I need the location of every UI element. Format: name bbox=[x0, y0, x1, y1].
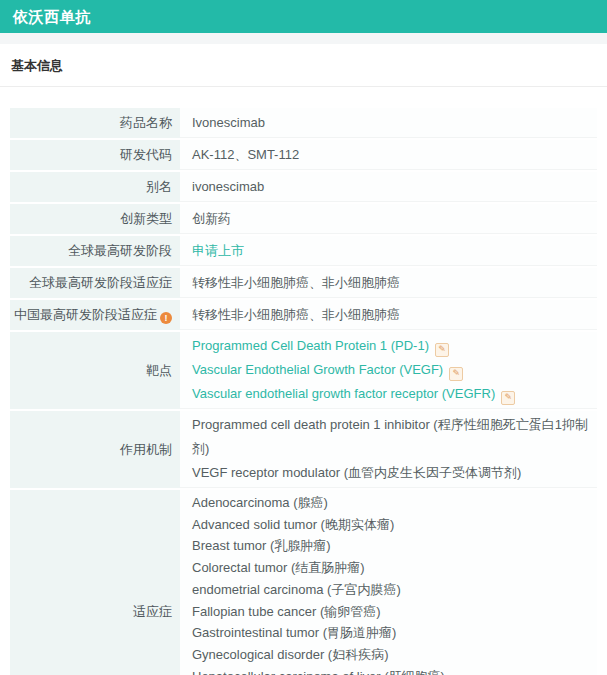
section-divider bbox=[0, 86, 607, 87]
value-text: 创新药 bbox=[192, 211, 231, 226]
row-label: 靶点 bbox=[10, 332, 180, 409]
value-text: Adenocarcinoma (腺癌) bbox=[192, 495, 328, 510]
value-line: Gastrointestinal tumor (胃肠道肿瘤) bbox=[192, 622, 589, 644]
value-line: ivonescimab bbox=[192, 175, 589, 199]
table-row: 创新类型创新药 bbox=[10, 204, 597, 234]
drug-detail-page: 依沃西单抗 基本信息 药品名称Ivonescimab研发代码AK-112、SMT… bbox=[0, 0, 607, 675]
value-text: Colorectal tumor (结直肠肿瘤) bbox=[192, 560, 365, 575]
row-value: Ivonescimab bbox=[180, 108, 597, 138]
table-row: 中国最高研发阶段适应症!转移性非小细胞肺癌、非小细胞肺癌 bbox=[10, 300, 597, 330]
value-line: Adenocarcinoma (腺癌) bbox=[192, 492, 589, 514]
row-value: 转移性非小细胞肺癌、非小细胞肺癌 bbox=[180, 268, 597, 298]
table-row: 作用机制Programmed cell death protein 1 inhi… bbox=[10, 411, 597, 488]
value-line: Hepatocellular carcinoma of liver (肝细胞癌) bbox=[192, 666, 589, 675]
row-label: 全球最高研发阶段适应症 bbox=[10, 268, 180, 298]
table-row: 别名ivonescimab bbox=[10, 172, 597, 202]
value-line: VEGF receptor modulator (血管内皮生长因子受体调节剂) bbox=[192, 461, 589, 485]
table-row: 适应症Adenocarcinoma (腺癌)Advanced solid tum… bbox=[10, 490, 597, 675]
value-line: Programmed cell death protein 1 inhibito… bbox=[192, 413, 589, 461]
section-title-basic-info: 基本信息 bbox=[0, 44, 607, 86]
external-link-icon[interactable]: ✎ bbox=[501, 391, 515, 405]
value-text: Gastrointestinal tumor (胃肠道肿瘤) bbox=[192, 625, 396, 640]
row-value: AK-112、SMT-112 bbox=[180, 140, 597, 170]
page-title: 依沃西单抗 bbox=[13, 8, 91, 25]
value-link[interactable]: Vascular endothelial growth factor recep… bbox=[192, 386, 495, 401]
row-label: 药品名称 bbox=[10, 108, 180, 138]
value-link[interactable]: Vascular Endothelial Growth Factor (VEGF… bbox=[192, 362, 443, 377]
value-line: 申请上市 bbox=[192, 239, 589, 263]
value-line: Fallopian tube cancer (输卵管癌) bbox=[192, 601, 589, 623]
value-text: 转移性非小细胞肺癌、非小细胞肺癌 bbox=[192, 307, 400, 322]
value-text: Programmed cell death protein 1 inhibito… bbox=[192, 417, 588, 456]
value-line: Gynecological disorder (妇科疾病) bbox=[192, 644, 589, 666]
row-label: 创新类型 bbox=[10, 204, 180, 234]
value-link[interactable]: Programmed Cell Death Protein 1 (PD-1) bbox=[192, 338, 429, 353]
drug-title-bar: 依沃西单抗 bbox=[0, 0, 607, 33]
table-row: 研发代码AK-112、SMT-112 bbox=[10, 140, 597, 170]
row-value: Programmed cell death protein 1 inhibito… bbox=[180, 411, 597, 488]
value-text: Advanced solid tumor (晚期实体瘤) bbox=[192, 517, 394, 532]
row-label: 作用机制 bbox=[10, 411, 180, 488]
row-value: Adenocarcinoma (腺癌)Advanced solid tumor … bbox=[180, 490, 597, 675]
value-line: Vascular Endothelial Growth Factor (VEGF… bbox=[192, 358, 589, 382]
row-label: 中国最高研发阶段适应症! bbox=[10, 300, 180, 330]
value-link[interactable]: 申请上市 bbox=[192, 243, 244, 258]
external-link-icon[interactable]: ✎ bbox=[435, 343, 449, 357]
row-value: Programmed Cell Death Protein 1 (PD-1)✎V… bbox=[180, 332, 597, 409]
value-text: Hepatocellular carcinoma of liver (肝细胞癌) bbox=[192, 669, 445, 675]
value-text: Gynecological disorder (妇科疾病) bbox=[192, 647, 389, 662]
value-line: AK-112、SMT-112 bbox=[192, 143, 589, 167]
value-text: endometrial carcinoma (子宫内膜癌) bbox=[192, 582, 401, 597]
value-line: Breast tumor (乳腺肿瘤) bbox=[192, 535, 589, 557]
value-text: 转移性非小细胞肺癌、非小细胞肺癌 bbox=[192, 275, 400, 290]
value-text: Fallopian tube cancer (输卵管癌) bbox=[192, 604, 381, 619]
external-link-icon[interactable]: ✎ bbox=[449, 367, 463, 381]
row-label: 研发代码 bbox=[10, 140, 180, 170]
value-line: 转移性非小细胞肺癌、非小细胞肺癌 bbox=[192, 271, 589, 295]
row-value: ivonescimab bbox=[180, 172, 597, 202]
value-line: 创新药 bbox=[192, 207, 589, 231]
row-label: 别名 bbox=[10, 172, 180, 202]
info-icon[interactable]: ! bbox=[160, 312, 172, 324]
value-line: endometrial carcinoma (子宫内膜癌) bbox=[192, 579, 589, 601]
value-line: Vascular endothelial growth factor recep… bbox=[192, 382, 589, 406]
table-row: 靶点Programmed Cell Death Protein 1 (PD-1)… bbox=[10, 332, 597, 409]
value-text: Ivonescimab bbox=[192, 115, 265, 130]
value-line: Advanced solid tumor (晚期实体瘤) bbox=[192, 514, 589, 536]
value-line: Colorectal tumor (结直肠肿瘤) bbox=[192, 557, 589, 579]
table-row: 全球最高研发阶段申请上市 bbox=[10, 236, 597, 266]
value-text: VEGF receptor modulator (血管内皮生长因子受体调节剂) bbox=[192, 465, 521, 480]
value-text: ivonescimab bbox=[192, 179, 264, 194]
value-line: Programmed Cell Death Protein 1 (PD-1)✎ bbox=[192, 334, 589, 358]
row-label: 适应症 bbox=[10, 490, 180, 675]
table-row: 全球最高研发阶段适应症转移性非小细胞肺癌、非小细胞肺癌 bbox=[10, 268, 597, 298]
value-line: Ivonescimab bbox=[192, 111, 589, 135]
row-label: 全球最高研发阶段 bbox=[10, 236, 180, 266]
row-value: 转移性非小细胞肺癌、非小细胞肺癌 bbox=[180, 300, 597, 330]
table-row: 药品名称Ivonescimab bbox=[10, 108, 597, 138]
value-line: 转移性非小细胞肺癌、非小细胞肺癌 bbox=[192, 303, 589, 327]
value-text: AK-112、SMT-112 bbox=[192, 147, 299, 162]
value-text: Breast tumor (乳腺肿瘤) bbox=[192, 538, 331, 553]
header-band bbox=[0, 33, 607, 44]
basic-info-table: 药品名称Ivonescimab研发代码AK-112、SMT-112别名ivone… bbox=[10, 106, 597, 675]
row-value: 创新药 bbox=[180, 204, 597, 234]
row-value: 申请上市 bbox=[180, 236, 597, 266]
